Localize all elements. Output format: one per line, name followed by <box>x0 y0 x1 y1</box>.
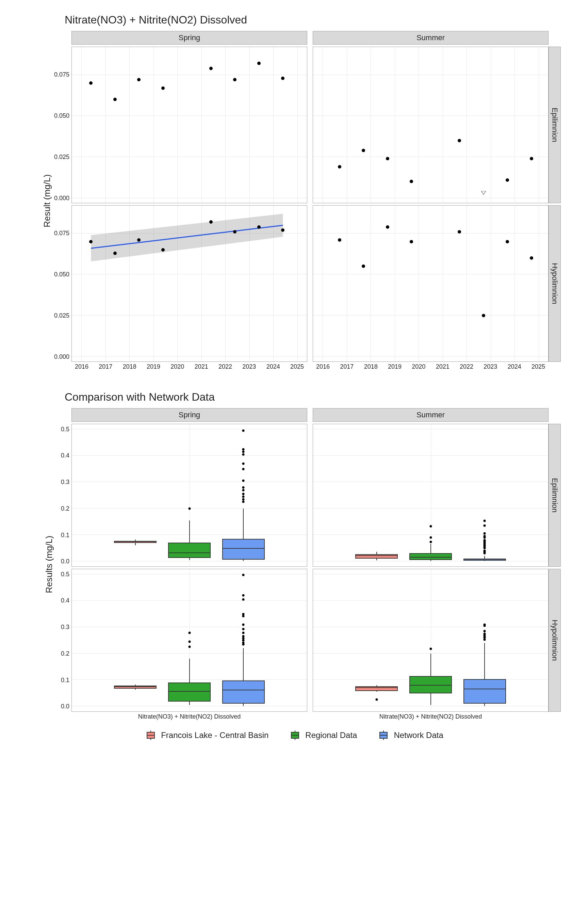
x-ticks-spring: 2016201720182019202020212022202320242025 <box>71 363 307 370</box>
legend-label: Network Data <box>394 731 443 740</box>
facet2-row-hypo: 0.00.10.20.30.40.5 Hypolimnion <box>55 569 561 712</box>
y-ticks-row1: 0.0000.0250.0500.075 <box>55 47 71 203</box>
legend-label: Regional Data <box>305 731 357 740</box>
figure2-title: Comparison with Network Data <box>65 391 574 403</box>
x-ticks-row-2: Nitrate(NO3) + Nitrite(NO2) Dissolved Ni… <box>55 713 561 720</box>
legend-item-francois: Francois Lake - Central Basin <box>145 731 268 740</box>
x-ticks2-spring: Nitrate(NO3) + Nitrite(NO2) Dissolved <box>71 713 307 720</box>
facet-row-epi-label: Epilimnion <box>549 47 561 203</box>
scatter-facet-grid: Result (mg/L) Spring Summer 0.0000.0250.… <box>55 31 561 370</box>
facet2-col-spring: Spring <box>71 408 307 422</box>
facet-top-headers: Spring Summer <box>55 31 561 45</box>
legend-label: Francois Lake - Central Basin <box>161 731 268 740</box>
x-ticks-summer: 2016201720182019202020212022202320242025 <box>313 363 549 370</box>
facet-top-headers-2: Spring Summer <box>55 408 561 422</box>
x-ticks-row-1: 2016201720182019202020212022202320242025… <box>55 363 561 370</box>
panel-spring-epi <box>71 47 307 203</box>
boxplot-facet-figure: Comparison with Network Data Results (mg… <box>14 391 574 720</box>
panel2-summer-epi <box>313 424 549 567</box>
y-ticks2-row1: 0.00.10.20.30.40.5 <box>55 424 71 567</box>
y-axis-label-1: Result (mg/L) <box>42 174 52 227</box>
panel-summer-epi <box>313 47 549 203</box>
y-ticks-row2: 0.0000.0250.0500.075 <box>55 205 71 362</box>
panel2-summer-hypo <box>313 569 549 712</box>
y-ticks2-row2: 0.00.10.20.30.40.5 <box>55 569 71 712</box>
scatter-facet-figure: Nitrate(NO3) + Nitrite(NO2) Dissolved Re… <box>14 14 574 370</box>
panel2-spring-hypo <box>71 569 307 712</box>
facet-row-hypo-label: Hypolimnion <box>549 205 561 362</box>
facet-col-spring: Spring <box>71 31 307 45</box>
facet2-row-epi-label: Epilimnion <box>549 424 561 567</box>
x-ticks2-summer: Nitrate(NO3) + Nitrite(NO2) Dissolved <box>313 713 549 720</box>
panel-spring-hypo <box>71 205 307 362</box>
panel-summer-hypo <box>313 205 549 362</box>
legend-item-regional: Regional Data <box>289 731 357 740</box>
legend-item-network: Network Data <box>377 731 443 740</box>
boxplot-facet-grid: Results (mg/L) Spring Summer 0.00.10.20.… <box>55 408 561 720</box>
legend: Francois Lake - Central Basin Regional D… <box>14 731 574 740</box>
panel2-spring-epi <box>71 424 307 567</box>
facet2-row-epi: 0.00.10.20.30.40.5 Epilimnion <box>55 424 561 567</box>
facet2-row-hypo-label: Hypolimnion <box>549 569 561 712</box>
facet-row-epi: 0.0000.0250.0500.075 Epilimnion <box>55 47 561 203</box>
facet-row-hypo: 0.0000.0250.0500.075 Hypolimnion <box>55 205 561 362</box>
y-axis-label-2: Results (mg/L) <box>44 535 55 593</box>
facet2-col-summer: Summer <box>313 408 549 422</box>
facet-col-summer: Summer <box>313 31 549 45</box>
figure1-title: Nitrate(NO3) + Nitrite(NO2) Dissolved <box>65 14 574 26</box>
